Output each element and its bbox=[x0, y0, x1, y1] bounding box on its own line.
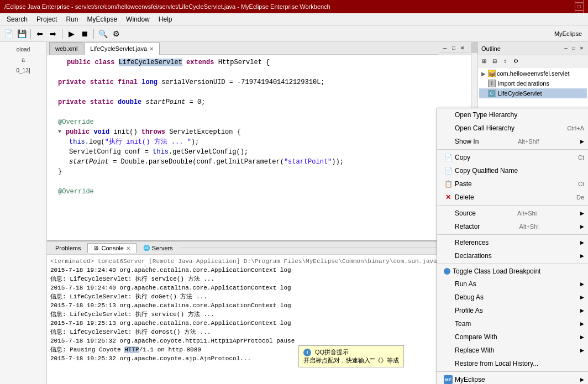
cm-source[interactable]: Source Alt+Shi bbox=[437, 207, 588, 220]
toolbar-btn-5[interactable]: ▶ bbox=[65, 28, 77, 40]
cm-show-in[interactable]: Show In Alt+Shif bbox=[437, 135, 588, 148]
code-editor[interactable]: public class LifeCycleServlet extends Ht… bbox=[47, 55, 471, 240]
tab-close-icon[interactable]: ✕ bbox=[149, 46, 154, 52]
close-button[interactable]: ✕ bbox=[575, 10, 584, 18]
cm-team[interactable]: Team bbox=[437, 317, 588, 330]
myeclipse-btn[interactable]: MyEclipse bbox=[550, 28, 586, 40]
cm-references[interactable]: References bbox=[437, 236, 588, 249]
outline-header: Outline ─ □ ✕ bbox=[478, 42, 588, 55]
menu-search[interactable]: Search bbox=[2, 14, 32, 24]
editor-max-button[interactable]: □ bbox=[450, 44, 458, 52]
console-tab-close[interactable]: ✕ bbox=[126, 245, 130, 251]
toolbar-btn-4[interactable]: ➡ bbox=[47, 28, 59, 40]
tab-webxml[interactable]: web.xml bbox=[49, 42, 83, 55]
outline-item-class[interactable]: C LifeCycleServlet bbox=[479, 88, 587, 98]
editor-area: web.xml LifeCycleServlet.java ✕ ─ □ ✕ bbox=[47, 42, 471, 240]
cm-refactor[interactable]: Refactor Alt+Shi bbox=[437, 220, 588, 233]
menu-help[interactable]: Help bbox=[154, 14, 177, 24]
outline-item-package[interactable]: ▶ 📦 com.helloweenvsfei.servlet bbox=[479, 69, 587, 78]
editor-min-button[interactable]: ─ bbox=[441, 44, 449, 52]
open-type-hierarchy-icon bbox=[444, 111, 453, 119]
cm-myeclipse[interactable]: ME MyEclipse bbox=[437, 373, 588, 384]
toolbar-btn-7[interactable]: 🔍 bbox=[97, 28, 109, 40]
open-call-hierarchy-icon bbox=[444, 124, 453, 133]
tab-problems[interactable]: Problems bbox=[49, 243, 87, 253]
cm-declarations[interactable]: Declarations bbox=[437, 249, 588, 262]
restore-history-icon bbox=[444, 359, 453, 368]
toolbar-btn-3[interactable]: ⬅ bbox=[34, 28, 46, 40]
cm-run-as-label: Run As bbox=[455, 280, 476, 288]
tab-lifecycle[interactable]: LifeCycleServlet.java ✕ bbox=[84, 43, 160, 55]
source-icon bbox=[444, 209, 453, 218]
tab-servers-icon: 🌐 bbox=[143, 245, 150, 251]
cm-open-type-hierarchy[interactable]: Open Type Hierarchy bbox=[437, 108, 588, 122]
code-line-3: private static final long serialVersionU… bbox=[47, 77, 471, 87]
toolbar-btn-2[interactable]: 💾 bbox=[15, 28, 28, 40]
cm-sep-3 bbox=[437, 234, 588, 235]
outline-tb-btn-3[interactable]: ↕ bbox=[500, 56, 510, 66]
paste-icon: 📋 bbox=[444, 180, 453, 188]
cm-myeclipse-label: MyEclipse bbox=[455, 376, 485, 383]
editor-close-button[interactable]: ✕ bbox=[459, 44, 466, 52]
outline-header-controls: ─ □ ✕ bbox=[563, 45, 585, 52]
tab-servers[interactable]: 🌐 Servers bbox=[137, 243, 179, 253]
cm-delete[interactable]: ✕ Delete De bbox=[437, 191, 588, 204]
cm-toggle-breakpoint[interactable]: Toggle Class Load Breakpoint bbox=[437, 265, 588, 277]
sidebar-item-load[interactable]: oload bbox=[0, 44, 46, 55]
tab-console[interactable]: 🖥 Console ✕ bbox=[87, 243, 136, 253]
cm-compare-with[interactable]: Compare With bbox=[437, 330, 588, 344]
sidebar-item-0_13[interactable]: 0_13] bbox=[0, 65, 46, 76]
outline-package-label: com.helloweenvsfei.servlet bbox=[497, 70, 569, 77]
outline-max-button[interactable]: □ bbox=[570, 45, 577, 52]
toolbar: 📄 💾 ⬅ ➡ ▶ ⏹ 🔍 ⚙ MyEclipse bbox=[0, 25, 588, 42]
toolbar-btn-6[interactable]: ⏹ bbox=[78, 28, 91, 40]
refactor-icon bbox=[444, 222, 453, 231]
title-bar: /Eclipse Java Enterprise - servlet/src/c… bbox=[0, 0, 588, 13]
toolbar-btn-1[interactable]: 📄 bbox=[2, 28, 14, 40]
code-line-2 bbox=[47, 67, 471, 77]
tab-console-label: Console bbox=[101, 245, 123, 251]
cm-compare-with-label: Compare With bbox=[455, 333, 497, 341]
cm-toggle-breakpoint-label: Toggle Class Load Breakpoint bbox=[453, 267, 540, 275]
sidebar-item-a[interactable]: a bbox=[0, 55, 46, 65]
sidebar: oload a 0_13] bbox=[0, 42, 47, 384]
toolbar-separator-2 bbox=[62, 29, 62, 39]
outline-min-button[interactable]: ─ bbox=[563, 45, 569, 52]
cm-profile-as[interactable]: Profile As bbox=[437, 304, 588, 317]
outline-tb-btn-4[interactable]: ⚙ bbox=[511, 56, 521, 66]
team-icon bbox=[444, 319, 453, 328]
outline-close-button[interactable]: ✕ bbox=[578, 45, 585, 52]
cm-replace-with[interactable]: Replace With bbox=[437, 344, 588, 357]
cm-show-in-label: Show In bbox=[455, 138, 479, 145]
tab-webxml-label: web.xml bbox=[55, 45, 77, 52]
cm-run-as[interactable]: Run As bbox=[437, 277, 588, 291]
outline-tb-btn-1[interactable]: ⊞ bbox=[479, 56, 489, 66]
myeclipse-cm-icon: ME bbox=[444, 375, 453, 384]
menu-myeclipse[interactable]: MyEclipse bbox=[82, 14, 122, 24]
outline-item-import[interactable]: i import declarations bbox=[479, 78, 587, 88]
toolbar-btn-8[interactable]: ⚙ bbox=[110, 28, 122, 40]
tab-lifecycle-label: LifeCycleServlet.java bbox=[90, 45, 147, 52]
cm-debug-as[interactable]: Debug As bbox=[437, 291, 588, 304]
cm-open-call-hierarchy[interactable]: Open Call Hierarchy Ctrl+A bbox=[437, 122, 588, 135]
menu-run[interactable]: Run bbox=[61, 14, 82, 24]
cm-restore-history[interactable]: Restore from Local History... bbox=[437, 357, 588, 370]
cm-sep-4 bbox=[437, 264, 588, 264]
outline-tb-btn-2[interactable]: ⊟ bbox=[490, 56, 500, 66]
editor-tab-bar: web.xml LifeCycleServlet.java ✕ ─ □ ✕ bbox=[47, 42, 471, 55]
menu-project[interactable]: Project bbox=[32, 14, 61, 24]
tab-problems-label: Problems bbox=[55, 245, 81, 251]
cm-open-type-hierarchy-label: Open Type Hierarchy bbox=[455, 111, 517, 119]
collapse-icon-1[interactable]: ▼ bbox=[58, 127, 65, 137]
code-line-1: public class LifeCycleServlet extends Ht… bbox=[47, 57, 471, 67]
cm-copy[interactable]: 📄 Copy Ct bbox=[437, 151, 588, 164]
run-as-icon bbox=[444, 280, 453, 288]
maximize-button[interactable]: □ bbox=[575, 3, 584, 10]
cm-copy-qualified-name[interactable]: 📄 Copy Qualified Name bbox=[437, 164, 588, 177]
outline-title: Outline bbox=[481, 45, 501, 52]
code-line-11: startPoint = Double.parseDouble(conf.get… bbox=[47, 157, 471, 167]
references-icon bbox=[444, 238, 453, 247]
menu-window[interactable]: Window bbox=[122, 14, 154, 24]
cm-copy-label: Copy bbox=[455, 154, 470, 161]
cm-paste[interactable]: 📋 Paste Ct bbox=[437, 177, 588, 191]
